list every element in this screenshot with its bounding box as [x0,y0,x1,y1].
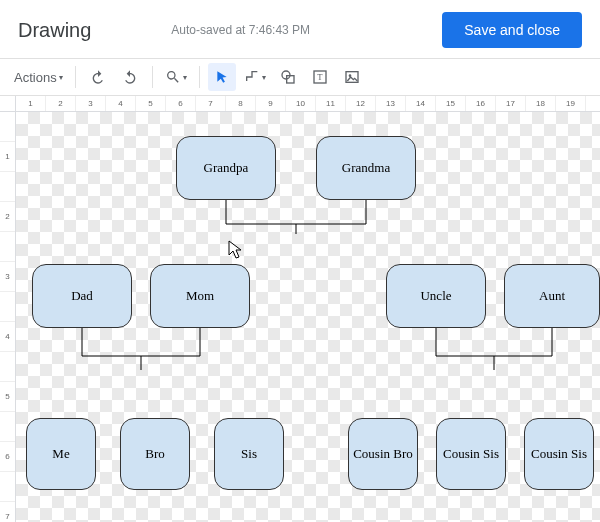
node-dad[interactable]: Dad [32,264,132,328]
redo-button[interactable] [116,63,144,91]
node-mom[interactable]: Mom [150,264,250,328]
image-tool[interactable] [338,63,366,91]
textbox-tool[interactable]: T [306,63,334,91]
chevron-down-icon: ▾ [183,73,187,82]
dialog-title: Drawing [18,19,91,42]
node-grandpa[interactable]: Grandpa [176,136,276,200]
ruler-vertical: 1234567 [0,112,16,522]
select-tool[interactable] [208,63,236,91]
node-me[interactable]: Me [26,418,96,490]
dialog-header: Drawing Auto-saved at 7:46:43 PM Save an… [0,0,600,59]
toolbar-separator [199,66,200,88]
node-cousin-bro[interactable]: Cousin Bro [348,418,418,490]
node-grandma[interactable]: Grandma [316,136,416,200]
undo-button[interactable] [84,63,112,91]
ruler-horizontal: 12345678910111213141516171819 [16,96,600,112]
autosave-status: Auto-saved at 7:46:43 PM [91,23,442,37]
node-sis[interactable]: Sis [214,418,284,490]
ruler-corner [0,96,16,112]
node-uncle[interactable]: Uncle [386,264,486,328]
actions-label: Actions [14,70,57,85]
node-bro[interactable]: Bro [120,418,190,490]
canvas-area: 12345678910111213141516171819 1234567 Gr… [0,96,600,522]
shape-tool-menu[interactable] [274,63,302,91]
node-aunt[interactable]: Aunt [504,264,600,328]
connector [386,328,600,374]
connector [32,328,252,374]
drawing-canvas[interactable]: Grandpa Grandma Dad Mom Uncle Aunt Me Br… [16,112,600,522]
toolbar-separator [75,66,76,88]
node-cousin-sis-2[interactable]: Cousin Sis [524,418,594,490]
actions-menu[interactable]: Actions ▾ [10,63,67,91]
chevron-down-icon: ▾ [262,73,266,82]
save-and-close-button[interactable]: Save and close [442,12,582,48]
line-tool-menu[interactable]: ▾ [240,63,270,91]
node-cousin-sis-1[interactable]: Cousin Sis [436,418,506,490]
svg-rect-1 [286,76,293,83]
toolbar-separator [152,66,153,88]
connector [176,200,416,238]
svg-text:T: T [317,72,323,82]
zoom-menu[interactable]: ▾ [161,63,191,91]
toolbar: Actions ▾ ▾ ▾ T [0,59,600,96]
chevron-down-icon: ▾ [59,73,63,82]
cursor-icon [228,240,244,264]
